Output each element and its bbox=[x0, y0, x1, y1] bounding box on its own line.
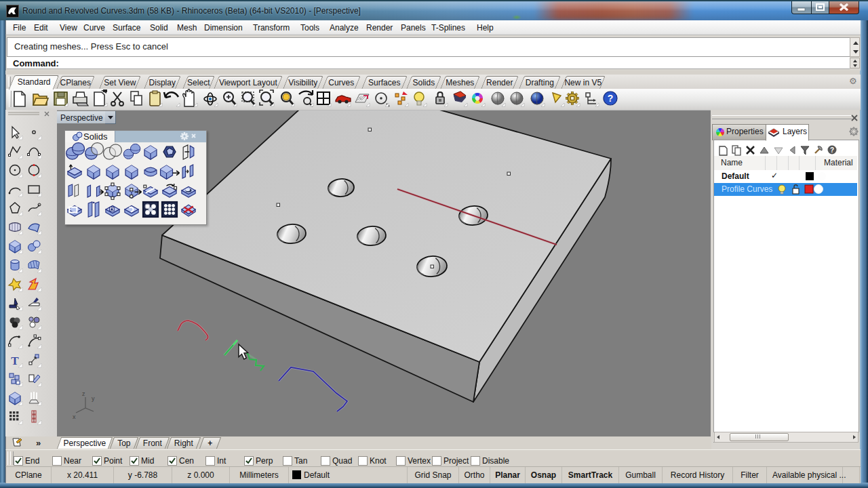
svg-text:?: ? bbox=[830, 146, 834, 154]
svg-text:»: » bbox=[36, 438, 41, 448]
svg-text:T: T bbox=[11, 354, 19, 367]
svg-text:?: ? bbox=[608, 93, 614, 104]
svg-text:x: x bbox=[73, 413, 76, 420]
svg-text:y: y bbox=[92, 395, 95, 402]
svg-text:z: z bbox=[82, 390, 85, 397]
